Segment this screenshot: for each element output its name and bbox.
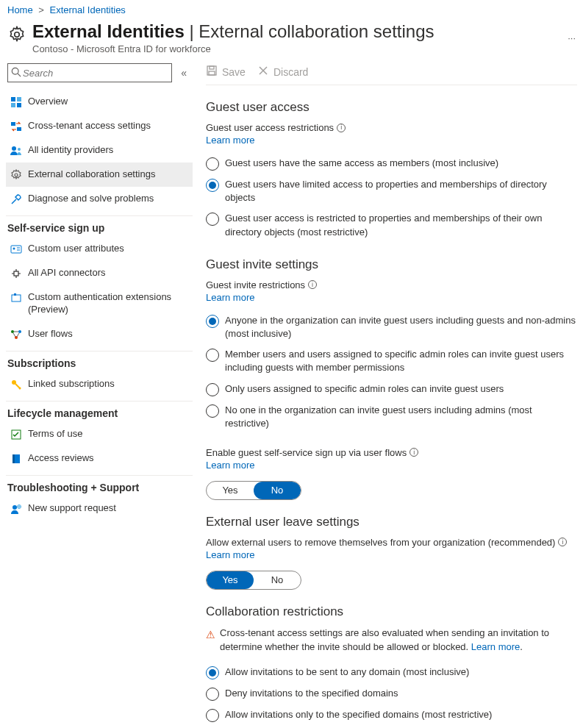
toggle-self-service-signup[interactable]: Yes No	[206, 481, 301, 500]
connector-icon	[10, 268, 22, 279]
sidebar-item-label: Terms of use	[28, 428, 188, 440]
radio-guest-access-limited[interactable]: Guest users have limited access to prope…	[206, 174, 577, 208]
sidebar-item-label: Diagnose and solve problems	[28, 193, 188, 205]
svg-point-26	[12, 505, 17, 510]
radio-collab-deny-specified[interactable]: Deny invitations to the specified domain…	[206, 683, 577, 704]
search-icon	[11, 67, 21, 79]
radio-guest-access-same[interactable]: Guest users have the same access as memb…	[206, 153, 577, 174]
svg-rect-25	[12, 454, 15, 463]
sidebar-item-label: External collaboration settings	[28, 168, 188, 181]
toggle-yes[interactable]: Yes	[207, 571, 254, 589]
radio-invite-members[interactable]: Member users and users assigned to speci…	[206, 344, 577, 378]
sidebar-item-custom-attributes[interactable]: Custom user attributes	[6, 237, 193, 261]
page-subtitle: Contoso - Microsoft Entra ID for workfor…	[32, 43, 560, 54]
id-card-icon	[10, 243, 22, 255]
svg-point-19	[11, 330, 14, 333]
radio-invite-anyone[interactable]: Anyone in the organization can invite gu…	[206, 310, 577, 344]
wrench-icon	[10, 193, 22, 205]
field-label-self-service-signup: Enable guest self-service sign up via us…	[206, 447, 577, 458]
field-label-guest-invite-restrictions: Guest invite restrictions i	[206, 279, 577, 290]
sidebar-heading-troubleshooting: Troubleshooting + Support	[6, 475, 193, 496]
sidebar-item-label: Custom authentication extensions (Previe…	[28, 291, 188, 316]
learn-more-link[interactable]: Learn more	[206, 292, 254, 303]
sidebar: « Overview Cross-tenant access settings …	[0, 62, 193, 521]
radio-invite-none[interactable]: No one in the organization can invite gu…	[206, 400, 577, 434]
learn-more-link[interactable]: Learn more	[206, 549, 254, 560]
sidebar-item-user-flows[interactable]: User flows	[6, 322, 193, 346]
svg-point-1	[12, 68, 18, 74]
section-title-external-leave: External user leave settings	[206, 515, 577, 529]
svg-rect-6	[17, 103, 21, 107]
breadcrumb-home[interactable]: Home	[7, 4, 33, 15]
learn-more-link[interactable]: Learn more	[471, 641, 520, 652]
sidebar-item-label: New support request	[28, 502, 188, 515]
svg-rect-5	[11, 103, 15, 107]
svg-rect-16	[14, 271, 18, 276]
search-input[interactable]	[7, 63, 172, 82]
sidebar-item-label: Overview	[28, 96, 188, 108]
svg-point-10	[18, 148, 21, 151]
toggle-no[interactable]: No	[254, 482, 301, 499]
svg-rect-7	[11, 122, 15, 126]
svg-rect-12	[11, 246, 21, 253]
svg-rect-30	[209, 71, 215, 75]
warning-icon: ⚠	[206, 627, 215, 642]
sidebar-item-label: Cross-tenant access settings	[28, 120, 188, 132]
toggle-allow-leave[interactable]: Yes No	[206, 571, 301, 590]
toggle-yes[interactable]: Yes	[207, 482, 254, 499]
sidebar-item-label: All identity providers	[28, 144, 188, 157]
gear-icon	[7, 25, 26, 46]
svg-rect-29	[210, 66, 214, 69]
info-icon[interactable]: i	[409, 448, 418, 457]
info-icon[interactable]: i	[558, 538, 567, 546]
gear-icon	[10, 169, 22, 181]
save-icon	[206, 65, 218, 79]
sidebar-item-api-connectors[interactable]: All API connectors	[6, 261, 193, 285]
toolbar: Save Discard	[206, 62, 577, 85]
radio-invite-admins-only[interactable]: Only users assigned to specific admin ro…	[206, 379, 577, 400]
sidebar-item-cross-tenant[interactable]: Cross-tenant access settings	[6, 114, 193, 138]
svg-rect-3	[11, 97, 15, 101]
svg-rect-17	[12, 295, 21, 301]
people-icon	[10, 145, 22, 157]
svg-point-0	[15, 32, 20, 38]
sidebar-item-external-collaboration[interactable]: External collaboration settings	[6, 163, 193, 187]
swap-icon	[10, 121, 22, 132]
save-button[interactable]: Save	[206, 65, 246, 79]
learn-more-link[interactable]: Learn more	[206, 135, 254, 146]
main-content: Save Discard Guest user access Guest use…	[193, 62, 583, 728]
info-icon[interactable]: i	[308, 280, 317, 289]
sidebar-item-terms-of-use[interactable]: Terms of use	[6, 422, 193, 446]
sidebar-item-new-support-request[interactable]: New support request	[6, 496, 193, 521]
sidebar-item-linked-subscriptions[interactable]: Linked subscriptions	[6, 372, 193, 396]
radio-guest-access-restricted[interactable]: Guest user access is restricted to prope…	[206, 208, 577, 242]
discard-icon	[257, 65, 269, 79]
more-button[interactable]: ···	[568, 32, 576, 43]
book-icon	[10, 453, 22, 465]
field-label-guest-access-restrictions: Guest user access restrictions i	[206, 122, 577, 133]
radio-collab-allow-specified[interactable]: Allow invitations only to the specified …	[206, 704, 577, 726]
radio-collab-allow-any[interactable]: Allow invitations to be sent to any doma…	[206, 662, 577, 683]
discard-button[interactable]: Discard	[257, 65, 308, 79]
sidebar-item-access-reviews[interactable]: Access reviews	[6, 446, 193, 471]
collapse-sidebar-button[interactable]: «	[176, 67, 191, 79]
svg-point-11	[15, 174, 18, 176]
page-header: External Identities | External collabora…	[0, 17, 583, 62]
dashboard-icon	[10, 96, 22, 108]
section-title-guest-access: Guest user access	[206, 100, 577, 115]
sidebar-item-identity-providers[interactable]: All identity providers	[6, 138, 193, 163]
info-icon[interactable]: i	[337, 124, 346, 132]
svg-rect-18	[14, 293, 16, 296]
section-title-guest-invite: Guest invite settings	[206, 257, 577, 272]
toggle-no[interactable]: No	[254, 571, 301, 589]
sidebar-item-diagnose[interactable]: Diagnose and solve problems	[6, 187, 193, 211]
sidebar-item-auth-extensions[interactable]: Custom authentication extensions (Previe…	[6, 285, 193, 322]
warning-message: ⚠ Cross-tenant access settings are also …	[206, 627, 577, 654]
learn-more-link[interactable]: Learn more	[206, 460, 254, 471]
sidebar-item-label: All API connectors	[28, 267, 188, 279]
sidebar-item-overview[interactable]: Overview	[6, 90, 193, 114]
sidebar-item-label: Access reviews	[28, 452, 188, 465]
svg-rect-4	[17, 97, 21, 101]
breadcrumb-external-identities[interactable]: External Identities	[50, 4, 126, 15]
sidebar-item-label: Linked subscriptions	[28, 378, 188, 390]
